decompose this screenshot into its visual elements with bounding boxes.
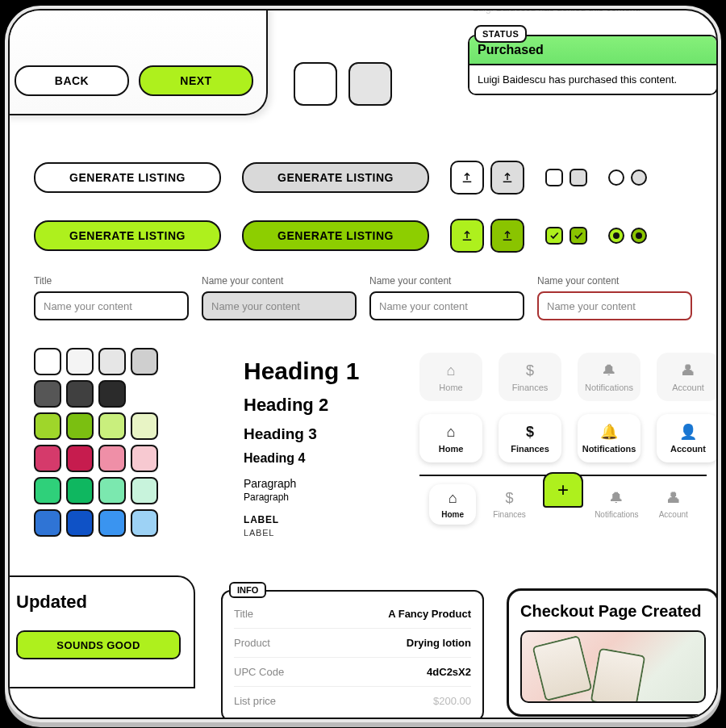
color-swatches-grid: [34, 348, 190, 537]
field-label-name-3: Name your content: [537, 275, 692, 287]
updated-title: Updated: [16, 592, 181, 613]
person-icon: 👤︎: [666, 490, 681, 507]
color-swatch[interactable]: [66, 477, 94, 504]
color-swatch[interactable]: [98, 509, 126, 537]
color-swatch[interactable]: [131, 509, 158, 537]
color-swatch[interactable]: [34, 509, 61, 537]
bottom-nav-bar: ⌂Home $Finances + 🔔︎Notifications 👤︎Acco…: [419, 475, 707, 533]
info-row: TitleA Fancy Product: [234, 600, 471, 629]
info-key: UPC Code: [234, 666, 284, 678]
checkout-card: Checkout Page Created: [507, 588, 718, 717]
paragraph-1: Paragraph: [244, 477, 405, 490]
upload-icon-button-lime[interactable]: [450, 219, 484, 253]
color-swatch[interactable]: [131, 445, 158, 472]
radio-unchecked-gray[interactable]: [631, 169, 647, 186]
title-input[interactable]: [34, 291, 189, 320]
color-swatch[interactable]: [34, 380, 61, 408]
info-row: ProductDrying lotion: [234, 629, 471, 658]
name-input-normal[interactable]: [369, 291, 524, 320]
status-tag: STATUS: [474, 25, 527, 43]
color-swatch[interactable]: [34, 348, 61, 375]
square-gray: [348, 62, 392, 106]
color-swatch[interactable]: [66, 509, 94, 537]
info-row: UPC Code4dC2sX2: [234, 658, 471, 687]
checkout-product-image: [520, 630, 706, 703]
tab-finances-raised[interactable]: $Finances: [499, 414, 561, 462]
fab-add-button[interactable]: +: [543, 472, 583, 508]
color-swatch[interactable]: [98, 477, 126, 504]
generate-listing-button-gray[interactable]: GENERATE LISTING: [242, 162, 429, 193]
nav-panel: BACK NEXT: [8, 9, 268, 115]
tab-home-raised[interactable]: ⌂Home: [419, 414, 482, 462]
color-swatch[interactable]: [66, 348, 94, 375]
dollar-icon: $: [526, 362, 534, 379]
checkbox-unchecked-gray[interactable]: [570, 169, 587, 186]
generate-listing-button-lime-dark[interactable]: GENERATE LISTING: [242, 220, 429, 251]
color-swatch[interactable]: [34, 445, 61, 472]
status-body-text: Luigi Baidescu has purchased this conten…: [469, 65, 716, 94]
generate-listing-button-lime[interactable]: GENERATE LISTING: [34, 220, 221, 251]
upload-icon-button-white[interactable]: [450, 161, 484, 195]
info-key: List price: [234, 695, 276, 707]
checkbox-checked-lime-dark[interactable]: [570, 227, 587, 245]
person-icon: 👤︎: [681, 362, 695, 379]
tab-finances-ghost[interactable]: $Finances: [499, 353, 561, 401]
bottomnav-account[interactable]: 👤︎Account: [650, 484, 697, 525]
upload-icon-button-gray[interactable]: [490, 161, 524, 195]
info-value: Drying lotion: [407, 637, 471, 649]
checkbox-checked-lime[interactable]: [545, 227, 563, 245]
bottomnav-home[interactable]: ⌂Home: [429, 484, 476, 525]
bottomnav-finances[interactable]: $Finances: [486, 484, 533, 525]
color-swatch[interactable]: [66, 445, 94, 472]
color-swatch[interactable]: [131, 477, 158, 504]
upload-icon-button-lime-dark[interactable]: [490, 219, 524, 253]
typography-stack: Heading 1 Heading 2 Heading 3 Heading 4 …: [244, 358, 405, 538]
radio-unchecked-white[interactable]: [608, 169, 624, 186]
tab-notifications-ghost[interactable]: 🔔︎Notifications: [578, 353, 640, 401]
color-swatch[interactable]: [98, 412, 126, 440]
info-panel: INFO TitleA Fancy ProductProductDrying l…: [221, 574, 484, 719]
color-swatch[interactable]: [98, 348, 126, 375]
info-key: Title: [234, 608, 253, 620]
person-icon: 👤: [679, 423, 697, 441]
tab-account-ghost[interactable]: 👤︎Account: [657, 353, 718, 401]
next-button[interactable]: NEXT: [139, 65, 253, 96]
placeholder-squares: [294, 62, 392, 106]
label-2: LABEL: [244, 528, 405, 538]
color-swatch[interactable]: [98, 380, 126, 408]
radio-checked-lime[interactable]: [608, 228, 624, 244]
color-swatch[interactable]: [66, 380, 94, 408]
name-input-error[interactable]: [537, 291, 692, 320]
sounds-good-button[interactable]: SOUNDS GOOD: [16, 630, 181, 659]
color-swatch[interactable]: [34, 477, 61, 504]
status-denied-text: Luigi Baidescu has denied this content.: [468, 9, 718, 17]
back-button[interactable]: BACK: [15, 65, 129, 96]
color-swatch[interactable]: [98, 445, 126, 472]
status-panel: Luigi Baidescu has denied this content. …: [468, 9, 718, 95]
generate-listing-button-white[interactable]: GENERATE LISTING: [34, 162, 221, 193]
bell-icon: 🔔: [600, 423, 618, 441]
color-swatch[interactable]: [131, 412, 158, 440]
bell-icon: 🔔︎: [602, 362, 616, 379]
checkout-title: Checkout Page Created: [520, 602, 706, 621]
tab-row-ghost: ⌂Home $Finances 🔔︎Notifications 👤︎Accoun…: [419, 353, 718, 401]
checkbox-unchecked-white[interactable]: [545, 169, 563, 186]
color-swatch[interactable]: [66, 412, 94, 440]
info-value: 4dC2sX2: [427, 666, 471, 678]
bottomnav-notifications[interactable]: 🔔︎Notifications: [593, 484, 640, 525]
field-label-name-1: Name your content: [202, 275, 357, 287]
plus-icon: +: [557, 479, 569, 501]
label-1: LABEL: [244, 514, 405, 525]
radio-checked-lime-dark[interactable]: [631, 228, 647, 244]
info-key: Product: [234, 637, 270, 649]
dollar-icon: $: [506, 490, 514, 507]
tab-home-ghost[interactable]: ⌂Home: [419, 353, 482, 401]
name-input-disabled[interactable]: [202, 291, 357, 320]
heading-1: Heading 1: [244, 358, 405, 385]
color-swatch[interactable]: [131, 348, 158, 375]
info-value: A Fancy Product: [388, 608, 471, 620]
tab-notifications-raised[interactable]: 🔔Notifications: [578, 414, 640, 462]
tab-account-raised[interactable]: 👤Account: [657, 414, 718, 462]
tab-row-raised: ⌂Home $Finances 🔔Notifications 👤Account: [419, 414, 718, 462]
color-swatch[interactable]: [34, 412, 61, 440]
